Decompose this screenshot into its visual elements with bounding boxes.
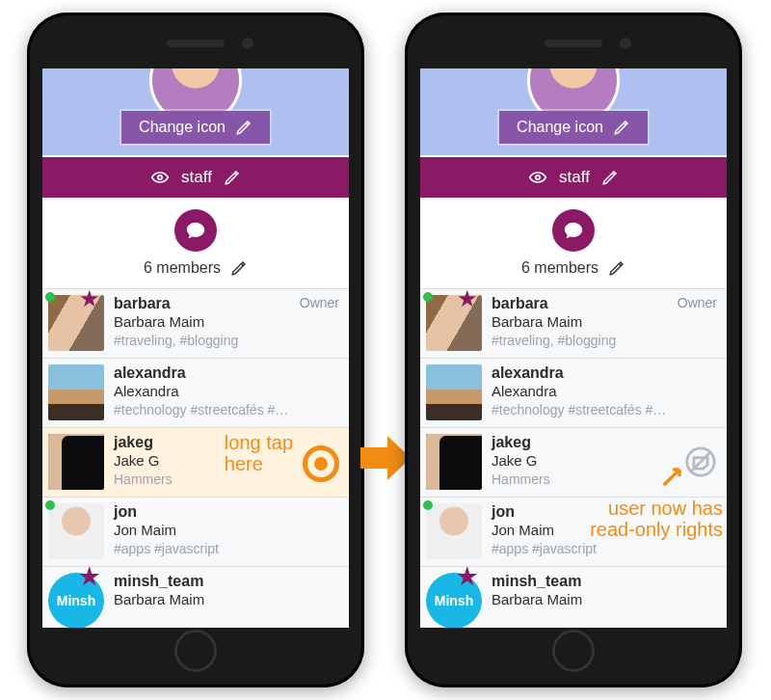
members-count-row[interactable]: 6 members — [521, 259, 625, 277]
username: jakeg — [114, 434, 341, 451]
phone-after: Change icon staff — [405, 13, 742, 687]
member-text: minsh_team Barbara Maim — [114, 573, 341, 607]
member-text: alexandra Alexandra #technology #streetc… — [114, 364, 341, 417]
member-row-jakeg[interactable]: jakeg Jake G Hammers — [420, 428, 727, 498]
chat-icon — [185, 220, 206, 241]
tags: #apps #javascript — [492, 541, 719, 556]
phone-sensor — [620, 38, 631, 49]
online-dot-icon — [45, 292, 55, 302]
eye-icon — [150, 168, 170, 187]
members-count: 6 members — [521, 259, 598, 277]
chat-button[interactable] — [174, 209, 217, 252]
avatar: ★ — [48, 295, 104, 351]
member-row-barbara[interactable]: ★ barbara Barbara Maim #traveling, #blog… — [420, 289, 727, 359]
username: alexandra — [114, 364, 341, 382]
member-list: ★ barbara Barbara Maim #traveling, #blog… — [420, 289, 727, 628]
change-icon-button[interactable]: Change icon — [499, 111, 648, 144]
tags: #traveling, #blogging — [114, 333, 341, 348]
online-dot-icon — [423, 292, 433, 302]
member-row-jon[interactable]: jon Jon Maim #apps #javascript user now … — [420, 498, 727, 567]
summary-block: 6 members — [420, 198, 727, 289]
member-row-alexandra[interactable]: alexandra Alexandra #technology #streetc… — [420, 359, 727, 428]
change-icon-label: Change icon — [517, 119, 603, 136]
star-icon: ★ — [79, 285, 100, 312]
role-label: Owner — [300, 295, 339, 310]
member-text: alexandra Alexandra #technology #streetc… — [492, 364, 719, 417]
pencil-icon — [613, 119, 630, 136]
pencil-icon — [601, 169, 619, 186]
phone-home-button[interactable] — [174, 630, 217, 672]
avatar: ★ Minsh — [48, 573, 104, 628]
avatar: ★ — [426, 295, 482, 351]
phone-before: Change icon staff — [27, 13, 364, 687]
minsh-logo-text: Minsh — [435, 593, 473, 608]
username: minsh_team — [114, 573, 341, 590]
fullname: Barbara Maim — [114, 591, 341, 607]
member-text: jon Jon Maim #apps #javascript — [492, 503, 719, 556]
member-row-barbara[interactable]: ★ barbara Barbara Maim #traveling, #blog… — [42, 289, 349, 359]
star-icon: ★ — [457, 285, 478, 312]
online-dot-icon — [423, 500, 433, 510]
avatar — [426, 503, 482, 559]
tags: #traveling, #blogging — [492, 333, 719, 348]
tags: #technology #streetcafés #… — [492, 402, 719, 417]
fullname: Barbara Maim — [492, 591, 719, 607]
avatar — [426, 434, 482, 490]
group-name: staff — [559, 168, 590, 187]
member-row-jon[interactable]: jon Jon Maim #apps #javascript — [42, 498, 349, 567]
group-name: staff — [181, 168, 212, 187]
phone-earpiece — [545, 40, 602, 47]
fullname: Jon Maim — [114, 522, 341, 538]
tags: #apps #javascript — [114, 541, 341, 556]
star-icon: ★ — [457, 563, 478, 590]
svg-point-2 — [536, 175, 540, 179]
role-label: Owner — [678, 295, 717, 310]
star-icon: ★ — [79, 563, 100, 590]
member-text: jon Jon Maim #apps #javascript — [114, 503, 341, 556]
member-row-minsh[interactable]: ★ Minsh minsh_team Barbara Maim — [42, 567, 349, 628]
avatar — [426, 364, 482, 420]
tags: #technology #streetcafés #… — [114, 402, 341, 417]
username: alexandra — [492, 364, 719, 382]
chat-button[interactable] — [552, 209, 595, 252]
pencil-icon — [608, 259, 625, 277]
username: minsh_team — [492, 573, 719, 590]
phone-sensor — [242, 38, 253, 49]
pencil-icon — [224, 169, 241, 186]
comparison-stage: Change icon staff — [0, 0, 771, 700]
fullname: Alexandra — [114, 383, 341, 399]
chat-icon — [563, 220, 584, 241]
phone-earpiece — [167, 40, 225, 47]
phone-home-button[interactable] — [552, 630, 595, 672]
members-count: 6 members — [144, 259, 221, 277]
summary-block: 6 members — [42, 198, 349, 289]
svg-point-0 — [158, 175, 162, 179]
online-dot-icon — [45, 500, 55, 510]
username: jon — [114, 503, 341, 521]
member-text: minsh_team Barbara Maim — [492, 573, 719, 607]
group-name-bar[interactable]: staff — [420, 155, 727, 198]
hero-area: Change icon — [420, 68, 727, 155]
fullname: Jon Maim — [492, 522, 719, 538]
transition-arrow-icon — [360, 436, 411, 484]
change-icon-label: Change icon — [139, 119, 226, 136]
fullname: Alexandra — [492, 383, 719, 399]
avatar — [48, 434, 104, 490]
fullname: Barbara Maim — [492, 313, 719, 330]
screen-after: Change icon staff — [420, 68, 727, 628]
member-list: ★ barbara Barbara Maim #traveling, #blog… — [42, 289, 349, 628]
member-row-minsh[interactable]: ★ Minsh minsh_team Barbara Maim — [420, 567, 727, 628]
members-count-row[interactable]: 6 members — [144, 259, 248, 277]
member-row-jakeg[interactable]: jakeg Jake G Hammers long tap here — [42, 428, 349, 498]
read-only-icon — [684, 445, 717, 478]
tap-gesture-icon — [303, 445, 339, 482]
member-row-alexandra[interactable]: alexandra Alexandra #technology #streetc… — [42, 359, 349, 428]
group-name-bar[interactable]: staff — [42, 155, 349, 198]
username: jon — [492, 503, 719, 521]
avatar — [48, 503, 104, 559]
change-icon-button[interactable]: Change icon — [121, 111, 270, 144]
fullname: Barbara Maim — [114, 313, 341, 330]
svg-marker-1 — [360, 436, 411, 480]
minsh-logo-text: Minsh — [57, 593, 95, 608]
hero-area: Change icon — [42, 68, 349, 155]
